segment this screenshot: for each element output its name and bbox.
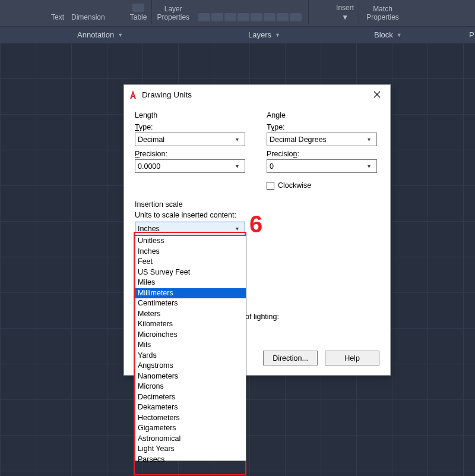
dropdown-option[interactable]: Angstroms [135,361,246,371]
lighting-hint: of lighting: [245,313,279,321]
combo-value: Decimal Degrees [270,135,327,144]
dropdown-option[interactable]: Nanometers [135,371,246,382]
chevron-down-icon: ▾ [363,163,374,169]
panel-tab-block[interactable]: Block ▼ [374,30,402,39]
chevron-down-icon: ▾ [232,225,242,232]
layer-icon [264,13,276,21]
chevron-down-icon: ▼ [341,13,349,21]
layer-icon [251,13,262,21]
combo-value: 0.0000 [138,162,160,171]
dropdown-option[interactable]: Parsecs [135,455,246,465]
ribbon-separator [308,0,309,24]
table-icon [132,4,144,12]
dropdown-option[interactable]: Mils [135,340,246,351]
layer-tool-icons [197,13,303,21]
angle-group: Angle Type: Decimal Degrees ▾ Precision:… [267,111,379,190]
chevron-down-icon: ▼ [118,32,123,38]
dropdown-option[interactable]: Kilometers [135,319,246,330]
ribbon-label: Insert [336,4,354,12]
layer-icon [277,13,289,21]
layer-icon [211,13,223,21]
dropdown-option[interactable]: Decimeters [135,392,246,403]
layer-icon [290,13,302,21]
ribbon: Text Dimension Table Layer Properties In… [0,0,475,26]
dialog-body: Length Type: Decimal ▾ Precision: 0.0000… [124,104,390,375]
insertion-units-dropdown[interactable]: UnitlessInchesFeetUS Survey FeetMilesMil… [135,235,246,461]
ribbon-panel-bar: Annotation ▼ Layers ▼ Block ▼ P [0,26,475,43]
dropdown-option[interactable]: Microinches [135,330,246,341]
layer-icon [238,13,249,21]
panel-tab-layers[interactable]: Layers ▼ [248,30,280,39]
dropdown-option[interactable]: Gigameters [135,423,246,434]
panel-tab-p[interactable]: P [469,30,474,39]
combo-value: Inches [138,225,160,233]
ribbon-label: Table [130,13,147,21]
close-button[interactable] [369,86,385,103]
combo-value: 0 [270,162,274,171]
insertion-units-combo[interactable]: Inches ▾ UnitlessInchesFeetUS Survey Fee… [135,222,245,235]
ribbon-separator [359,0,359,24]
ribbon-item-insert[interactable]: Insert ▼ [332,0,357,24]
length-type-label: Type: [135,123,248,131]
dropdown-option[interactable]: Hectometers [135,413,246,424]
ribbon-label: Layer Properties [157,5,189,21]
ribbon-item-dimension[interactable]: Dimension [68,0,109,24]
dropdown-option[interactable]: Dekameters [135,402,246,413]
dialog-titlebar[interactable]: Drawing Units [124,85,390,104]
ribbon-layer-tools[interactable] [193,0,307,24]
panel-tab-annotation[interactable]: Annotation ▼ [77,30,123,39]
length-group: Length Type: Decimal ▾ Precision: 0.0000… [135,111,248,190]
dropdown-option[interactable]: Millimeters [135,288,246,299]
angle-heading: Angle [267,111,379,119]
chevron-down-icon: ▾ [363,136,374,143]
direction-button[interactable]: Direction... [263,351,318,365]
dropdown-option[interactable]: Yards [135,351,246,361]
length-heading: Length [135,111,248,119]
chevron-down-icon: ▾ [232,163,242,169]
dropdown-option[interactable]: Meters [135,309,246,320]
panel-label: P [469,30,474,39]
autocad-icon [129,90,137,99]
chevron-down-icon: ▼ [397,32,402,38]
help-button[interactable]: Help [325,351,379,365]
combo-value: Decimal [138,135,164,144]
ribbon-item-match-properties[interactable]: Match Properties [363,0,403,24]
insertion-heading: Insertion scale [135,200,379,209]
ribbon-label: Text [51,13,64,21]
ribbon-separator [151,0,152,24]
dropdown-option[interactable]: Unitless [135,236,246,247]
angle-precision-label: Precision: [267,150,379,158]
drawing-units-dialog: Drawing Units Length Type: Decimal ▾ Pre… [124,84,391,376]
checkbox-box [267,182,274,190]
ribbon-item-table[interactable]: Table [126,0,151,24]
dropdown-option[interactable]: US Survey Feet [135,267,246,278]
angle-type-label: Type: [267,123,379,131]
ribbon-item-layer-properties[interactable]: Layer Properties [153,0,193,24]
angle-precision-combo[interactable]: 0 ▾ [267,159,377,173]
dialog-title: Drawing Units [142,90,192,99]
dropdown-option[interactable]: Astronomical [135,434,246,445]
layer-icon [198,13,210,21]
length-precision-combo[interactable]: 0.0000 ▾ [135,159,245,173]
ribbon-label: Match Properties [366,5,399,21]
dropdown-option[interactable]: Centimeters [135,298,246,309]
dropdown-option[interactable]: Microns [135,382,246,392]
panel-label: Layers [248,30,271,39]
panel-label: Block [374,30,393,39]
dropdown-option[interactable]: Inches [135,247,246,257]
panel-label: Annotation [77,30,114,39]
dropdown-option[interactable]: Light Years [135,444,246,455]
angle-type-combo[interactable]: Decimal Degrees ▾ [267,133,377,146]
chevron-down-icon: ▾ [232,136,242,143]
insertion-sub: Units to scale inserted content: [135,211,379,219]
checkbox-label: Clockwise [278,181,311,190]
ribbon-label: Dimension [71,13,105,21]
clockwise-checkbox[interactable]: Clockwise [267,181,379,190]
dropdown-option[interactable]: Feet [135,257,246,267]
length-precision-label: Precision: [135,150,248,158]
length-type-combo[interactable]: Decimal ▾ [135,133,245,146]
dropdown-option[interactable]: Miles [135,278,246,288]
ribbon-item-text[interactable]: Text [48,0,68,24]
chevron-down-icon: ▼ [275,32,280,38]
layer-icon [224,13,236,21]
